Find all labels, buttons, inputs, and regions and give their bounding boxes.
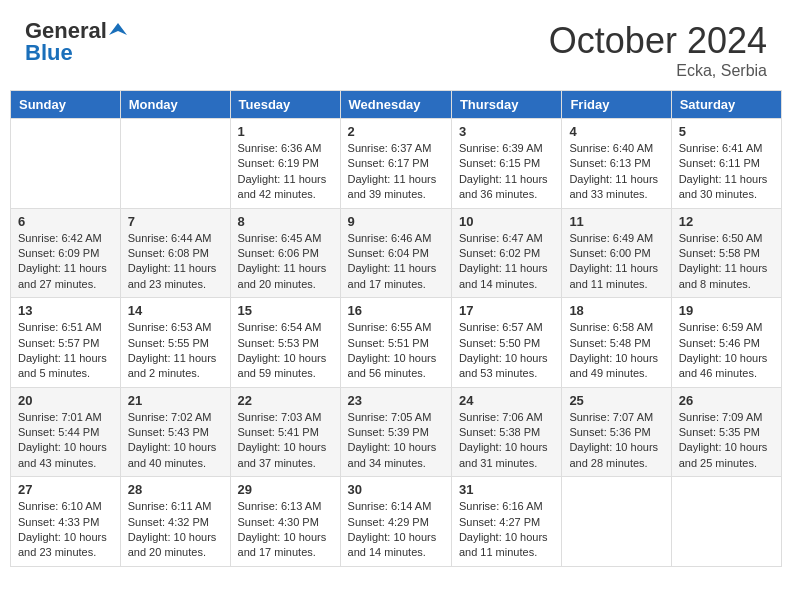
day-number: 23 [348, 393, 444, 408]
daylight-text: Daylight: 10 hours and 43 minutes. [18, 440, 113, 471]
sunrise-text: Sunrise: 6:55 AM [348, 320, 444, 335]
day-info: Sunrise: 6:46 AMSunset: 6:04 PMDaylight:… [348, 231, 444, 293]
calendar-header-row: SundayMondayTuesdayWednesdayThursdayFrid… [11, 91, 782, 119]
sunset-text: Sunset: 6:19 PM [238, 156, 333, 171]
day-info: Sunrise: 7:06 AMSunset: 5:38 PMDaylight:… [459, 410, 554, 472]
sunrise-text: Sunrise: 6:16 AM [459, 499, 554, 514]
day-number: 22 [238, 393, 333, 408]
day-number: 10 [459, 214, 554, 229]
sunset-text: Sunset: 4:30 PM [238, 515, 333, 530]
sunset-text: Sunset: 6:06 PM [238, 246, 333, 261]
calendar-cell: 5Sunrise: 6:41 AMSunset: 6:11 PMDaylight… [671, 119, 781, 209]
day-number: 7 [128, 214, 223, 229]
calendar-cell [671, 477, 781, 567]
calendar-cell: 20Sunrise: 7:01 AMSunset: 5:44 PMDayligh… [11, 387, 121, 477]
sunrise-text: Sunrise: 6:39 AM [459, 141, 554, 156]
day-number: 26 [679, 393, 774, 408]
calendar-cell: 23Sunrise: 7:05 AMSunset: 5:39 PMDayligh… [340, 387, 451, 477]
day-info: Sunrise: 6:47 AMSunset: 6:02 PMDaylight:… [459, 231, 554, 293]
sunset-text: Sunset: 5:38 PM [459, 425, 554, 440]
day-number: 1 [238, 124, 333, 139]
calendar-cell: 14Sunrise: 6:53 AMSunset: 5:55 PMDayligh… [120, 298, 230, 388]
calendar-cell [562, 477, 671, 567]
calendar-cell: 27Sunrise: 6:10 AMSunset: 4:33 PMDayligh… [11, 477, 121, 567]
calendar-cell: 3Sunrise: 6:39 AMSunset: 6:15 PMDaylight… [451, 119, 561, 209]
logo-general-text: General [25, 20, 107, 42]
day-info: Sunrise: 6:37 AMSunset: 6:17 PMDaylight:… [348, 141, 444, 203]
sunset-text: Sunset: 5:39 PM [348, 425, 444, 440]
day-number: 21 [128, 393, 223, 408]
day-info: Sunrise: 6:54 AMSunset: 5:53 PMDaylight:… [238, 320, 333, 382]
sunset-text: Sunset: 5:35 PM [679, 425, 774, 440]
sunrise-text: Sunrise: 7:01 AM [18, 410, 113, 425]
sunrise-text: Sunrise: 6:45 AM [238, 231, 333, 246]
daylight-text: Daylight: 10 hours and 31 minutes. [459, 440, 554, 471]
day-info: Sunrise: 6:39 AMSunset: 6:15 PMDaylight:… [459, 141, 554, 203]
day-info: Sunrise: 6:49 AMSunset: 6:00 PMDaylight:… [569, 231, 663, 293]
daylight-text: Daylight: 11 hours and 2 minutes. [128, 351, 223, 382]
daylight-text: Daylight: 10 hours and 25 minutes. [679, 440, 774, 471]
page-header: General Blue October 2024 Ecka, Serbia [10, 10, 782, 85]
calendar-cell: 16Sunrise: 6:55 AMSunset: 5:51 PMDayligh… [340, 298, 451, 388]
sunrise-text: Sunrise: 6:41 AM [679, 141, 774, 156]
day-number: 29 [238, 482, 333, 497]
daylight-text: Daylight: 11 hours and 5 minutes. [18, 351, 113, 382]
calendar-header-friday: Friday [562, 91, 671, 119]
sunset-text: Sunset: 6:17 PM [348, 156, 444, 171]
day-info: Sunrise: 6:59 AMSunset: 5:46 PMDaylight:… [679, 320, 774, 382]
day-number: 20 [18, 393, 113, 408]
sunrise-text: Sunrise: 6:46 AM [348, 231, 444, 246]
daylight-text: Daylight: 10 hours and 34 minutes. [348, 440, 444, 471]
day-info: Sunrise: 6:14 AMSunset: 4:29 PMDaylight:… [348, 499, 444, 561]
daylight-text: Daylight: 11 hours and 30 minutes. [679, 172, 774, 203]
daylight-text: Daylight: 10 hours and 11 minutes. [459, 530, 554, 561]
day-info: Sunrise: 7:05 AMSunset: 5:39 PMDaylight:… [348, 410, 444, 472]
sunrise-text: Sunrise: 7:05 AM [348, 410, 444, 425]
calendar-cell: 11Sunrise: 6:49 AMSunset: 6:00 PMDayligh… [562, 208, 671, 298]
daylight-text: Daylight: 10 hours and 59 minutes. [238, 351, 333, 382]
day-number: 31 [459, 482, 554, 497]
sunrise-text: Sunrise: 6:51 AM [18, 320, 113, 335]
day-number: 5 [679, 124, 774, 139]
sunrise-text: Sunrise: 6:49 AM [569, 231, 663, 246]
day-number: 30 [348, 482, 444, 497]
calendar-cell: 15Sunrise: 6:54 AMSunset: 5:53 PMDayligh… [230, 298, 340, 388]
calendar-header-wednesday: Wednesday [340, 91, 451, 119]
sunset-text: Sunset: 5:50 PM [459, 336, 554, 351]
calendar-cell: 2Sunrise: 6:37 AMSunset: 6:17 PMDaylight… [340, 119, 451, 209]
sunrise-text: Sunrise: 7:09 AM [679, 410, 774, 425]
sunrise-text: Sunrise: 7:02 AM [128, 410, 223, 425]
location-subtitle: Ecka, Serbia [549, 62, 767, 80]
daylight-text: Daylight: 11 hours and 20 minutes. [238, 261, 333, 292]
sunrise-text: Sunrise: 6:10 AM [18, 499, 113, 514]
sunrise-text: Sunrise: 6:50 AM [679, 231, 774, 246]
day-number: 15 [238, 303, 333, 318]
daylight-text: Daylight: 10 hours and 53 minutes. [459, 351, 554, 382]
sunrise-text: Sunrise: 7:03 AM [238, 410, 333, 425]
day-number: 28 [128, 482, 223, 497]
sunset-text: Sunset: 6:04 PM [348, 246, 444, 261]
sunrise-text: Sunrise: 6:42 AM [18, 231, 113, 246]
sunset-text: Sunset: 6:00 PM [569, 246, 663, 261]
calendar-cell: 19Sunrise: 6:59 AMSunset: 5:46 PMDayligh… [671, 298, 781, 388]
sunset-text: Sunset: 4:32 PM [128, 515, 223, 530]
logo-blue-text: Blue [25, 42, 73, 64]
sunset-text: Sunset: 5:44 PM [18, 425, 113, 440]
calendar-cell: 25Sunrise: 7:07 AMSunset: 5:36 PMDayligh… [562, 387, 671, 477]
calendar-table: SundayMondayTuesdayWednesdayThursdayFrid… [10, 90, 782, 567]
daylight-text: Daylight: 11 hours and 11 minutes. [569, 261, 663, 292]
calendar-cell: 28Sunrise: 6:11 AMSunset: 4:32 PMDayligh… [120, 477, 230, 567]
daylight-text: Daylight: 10 hours and 14 minutes. [348, 530, 444, 561]
sunset-text: Sunset: 5:58 PM [679, 246, 774, 261]
calendar-cell: 12Sunrise: 6:50 AMSunset: 5:58 PMDayligh… [671, 208, 781, 298]
daylight-text: Daylight: 10 hours and 17 minutes. [238, 530, 333, 561]
day-number: 3 [459, 124, 554, 139]
daylight-text: Daylight: 10 hours and 40 minutes. [128, 440, 223, 471]
daylight-text: Daylight: 11 hours and 42 minutes. [238, 172, 333, 203]
sunrise-text: Sunrise: 6:11 AM [128, 499, 223, 514]
sunset-text: Sunset: 6:11 PM [679, 156, 774, 171]
day-info: Sunrise: 6:10 AMSunset: 4:33 PMDaylight:… [18, 499, 113, 561]
calendar-cell: 17Sunrise: 6:57 AMSunset: 5:50 PMDayligh… [451, 298, 561, 388]
month-title: October 2024 [549, 20, 767, 62]
day-info: Sunrise: 6:16 AMSunset: 4:27 PMDaylight:… [459, 499, 554, 561]
